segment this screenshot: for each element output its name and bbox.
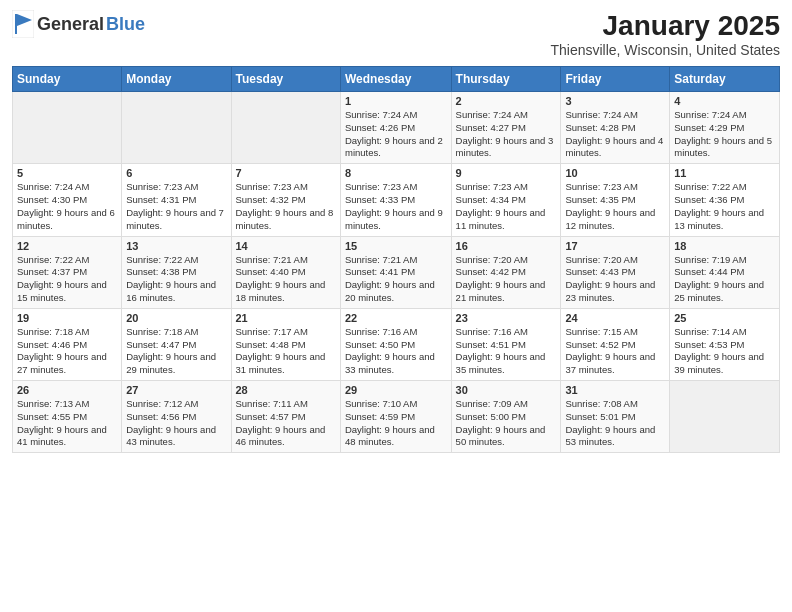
day-info: Sunrise: 7:23 AM Sunset: 4:32 PM Dayligh… xyxy=(236,181,336,232)
header-thursday: Thursday xyxy=(451,67,561,92)
table-row: 2Sunrise: 7:24 AM Sunset: 4:27 PM Daylig… xyxy=(451,92,561,164)
day-info: Sunrise: 7:20 AM Sunset: 4:43 PM Dayligh… xyxy=(565,254,665,305)
day-number: 7 xyxy=(236,167,336,179)
table-row: 11Sunrise: 7:22 AM Sunset: 4:36 PM Dayli… xyxy=(670,164,780,236)
calendar-week-row: 19Sunrise: 7:18 AM Sunset: 4:46 PM Dayli… xyxy=(13,308,780,380)
day-number: 1 xyxy=(345,95,447,107)
table-row: 5Sunrise: 7:24 AM Sunset: 4:30 PM Daylig… xyxy=(13,164,122,236)
weekday-header-row: Sunday Monday Tuesday Wednesday Thursday… xyxy=(13,67,780,92)
day-number: 4 xyxy=(674,95,775,107)
day-number: 2 xyxy=(456,95,557,107)
day-info: Sunrise: 7:24 AM Sunset: 4:29 PM Dayligh… xyxy=(674,109,775,160)
day-info: Sunrise: 7:20 AM Sunset: 4:42 PM Dayligh… xyxy=(456,254,557,305)
day-info: Sunrise: 7:12 AM Sunset: 4:56 PM Dayligh… xyxy=(126,398,226,449)
header-wednesday: Wednesday xyxy=(340,67,451,92)
day-info: Sunrise: 7:24 AM Sunset: 4:26 PM Dayligh… xyxy=(345,109,447,160)
day-number: 21 xyxy=(236,312,336,324)
day-number: 11 xyxy=(674,167,775,179)
table-row: 31Sunrise: 7:08 AM Sunset: 5:01 PM Dayli… xyxy=(561,381,670,453)
day-info: Sunrise: 7:16 AM Sunset: 4:51 PM Dayligh… xyxy=(456,326,557,377)
day-info: Sunrise: 7:13 AM Sunset: 4:55 PM Dayligh… xyxy=(17,398,117,449)
table-row: 3Sunrise: 7:24 AM Sunset: 4:28 PM Daylig… xyxy=(561,92,670,164)
table-row: 1Sunrise: 7:24 AM Sunset: 4:26 PM Daylig… xyxy=(340,92,451,164)
table-row: 23Sunrise: 7:16 AM Sunset: 4:51 PM Dayli… xyxy=(451,308,561,380)
table-row: 13Sunrise: 7:22 AM Sunset: 4:38 PM Dayli… xyxy=(122,236,231,308)
table-row: 20Sunrise: 7:18 AM Sunset: 4:47 PM Dayli… xyxy=(122,308,231,380)
table-row: 27Sunrise: 7:12 AM Sunset: 4:56 PM Dayli… xyxy=(122,381,231,453)
header-friday: Friday xyxy=(561,67,670,92)
table-row: 21Sunrise: 7:17 AM Sunset: 4:48 PM Dayli… xyxy=(231,308,340,380)
day-info: Sunrise: 7:22 AM Sunset: 4:37 PM Dayligh… xyxy=(17,254,117,305)
logo-general-text: General xyxy=(37,14,104,35)
day-number: 28 xyxy=(236,384,336,396)
table-row: 16Sunrise: 7:20 AM Sunset: 4:42 PM Dayli… xyxy=(451,236,561,308)
day-number: 31 xyxy=(565,384,665,396)
table-row: 19Sunrise: 7:18 AM Sunset: 4:46 PM Dayli… xyxy=(13,308,122,380)
table-row: 28Sunrise: 7:11 AM Sunset: 4:57 PM Dayli… xyxy=(231,381,340,453)
day-number: 29 xyxy=(345,384,447,396)
header-monday: Monday xyxy=(122,67,231,92)
title-block: January 2025 Thiensville, Wisconsin, Uni… xyxy=(550,10,780,58)
day-number: 24 xyxy=(565,312,665,324)
table-row: 29Sunrise: 7:10 AM Sunset: 4:59 PM Dayli… xyxy=(340,381,451,453)
day-info: Sunrise: 7:21 AM Sunset: 4:41 PM Dayligh… xyxy=(345,254,447,305)
day-number: 23 xyxy=(456,312,557,324)
day-info: Sunrise: 7:09 AM Sunset: 5:00 PM Dayligh… xyxy=(456,398,557,449)
calendar-table: Sunday Monday Tuesday Wednesday Thursday… xyxy=(12,66,780,453)
day-info: Sunrise: 7:08 AM Sunset: 5:01 PM Dayligh… xyxy=(565,398,665,449)
table-row: 22Sunrise: 7:16 AM Sunset: 4:50 PM Dayli… xyxy=(340,308,451,380)
day-number: 22 xyxy=(345,312,447,324)
day-info: Sunrise: 7:23 AM Sunset: 4:35 PM Dayligh… xyxy=(565,181,665,232)
day-number: 20 xyxy=(126,312,226,324)
day-info: Sunrise: 7:22 AM Sunset: 4:38 PM Dayligh… xyxy=(126,254,226,305)
day-info: Sunrise: 7:24 AM Sunset: 4:27 PM Dayligh… xyxy=(456,109,557,160)
table-row: 9Sunrise: 7:23 AM Sunset: 4:34 PM Daylig… xyxy=(451,164,561,236)
day-info: Sunrise: 7:24 AM Sunset: 4:30 PM Dayligh… xyxy=(17,181,117,232)
day-number: 13 xyxy=(126,240,226,252)
day-info: Sunrise: 7:10 AM Sunset: 4:59 PM Dayligh… xyxy=(345,398,447,449)
day-number: 26 xyxy=(17,384,117,396)
day-number: 25 xyxy=(674,312,775,324)
day-info: Sunrise: 7:17 AM Sunset: 4:48 PM Dayligh… xyxy=(236,326,336,377)
day-number: 15 xyxy=(345,240,447,252)
day-info: Sunrise: 7:18 AM Sunset: 4:46 PM Dayligh… xyxy=(17,326,117,377)
day-number: 3 xyxy=(565,95,665,107)
day-info: Sunrise: 7:23 AM Sunset: 4:31 PM Dayligh… xyxy=(126,181,226,232)
table-row: 4Sunrise: 7:24 AM Sunset: 4:29 PM Daylig… xyxy=(670,92,780,164)
calendar-week-row: 5Sunrise: 7:24 AM Sunset: 4:30 PM Daylig… xyxy=(13,164,780,236)
header-saturday: Saturday xyxy=(670,67,780,92)
day-info: Sunrise: 7:15 AM Sunset: 4:52 PM Dayligh… xyxy=(565,326,665,377)
day-number: 27 xyxy=(126,384,226,396)
table-row: 18Sunrise: 7:19 AM Sunset: 4:44 PM Dayli… xyxy=(670,236,780,308)
logo-blue-text: Blue xyxy=(106,14,145,35)
day-number: 17 xyxy=(565,240,665,252)
day-info: Sunrise: 7:11 AM Sunset: 4:57 PM Dayligh… xyxy=(236,398,336,449)
page-header: General Blue January 2025 Thiensville, W… xyxy=(12,10,780,58)
day-info: Sunrise: 7:23 AM Sunset: 4:33 PM Dayligh… xyxy=(345,181,447,232)
header-tuesday: Tuesday xyxy=(231,67,340,92)
day-number: 16 xyxy=(456,240,557,252)
day-number: 19 xyxy=(17,312,117,324)
logo-icon xyxy=(12,10,34,38)
page-container: General Blue January 2025 Thiensville, W… xyxy=(0,0,792,461)
table-row: 17Sunrise: 7:20 AM Sunset: 4:43 PM Dayli… xyxy=(561,236,670,308)
table-row: 10Sunrise: 7:23 AM Sunset: 4:35 PM Dayli… xyxy=(561,164,670,236)
table-row xyxy=(13,92,122,164)
day-number: 30 xyxy=(456,384,557,396)
calendar-week-row: 12Sunrise: 7:22 AM Sunset: 4:37 PM Dayli… xyxy=(13,236,780,308)
day-info: Sunrise: 7:16 AM Sunset: 4:50 PM Dayligh… xyxy=(345,326,447,377)
day-info: Sunrise: 7:18 AM Sunset: 4:47 PM Dayligh… xyxy=(126,326,226,377)
day-number: 8 xyxy=(345,167,447,179)
day-info: Sunrise: 7:24 AM Sunset: 4:28 PM Dayligh… xyxy=(565,109,665,160)
table-row: 6Sunrise: 7:23 AM Sunset: 4:31 PM Daylig… xyxy=(122,164,231,236)
day-number: 6 xyxy=(126,167,226,179)
day-info: Sunrise: 7:23 AM Sunset: 4:34 PM Dayligh… xyxy=(456,181,557,232)
calendar-week-row: 26Sunrise: 7:13 AM Sunset: 4:55 PM Dayli… xyxy=(13,381,780,453)
table-row xyxy=(231,92,340,164)
table-row: 15Sunrise: 7:21 AM Sunset: 4:41 PM Dayli… xyxy=(340,236,451,308)
table-row xyxy=(670,381,780,453)
day-number: 18 xyxy=(674,240,775,252)
table-row xyxy=(122,92,231,164)
day-number: 5 xyxy=(17,167,117,179)
logo-text: General Blue xyxy=(37,14,145,35)
